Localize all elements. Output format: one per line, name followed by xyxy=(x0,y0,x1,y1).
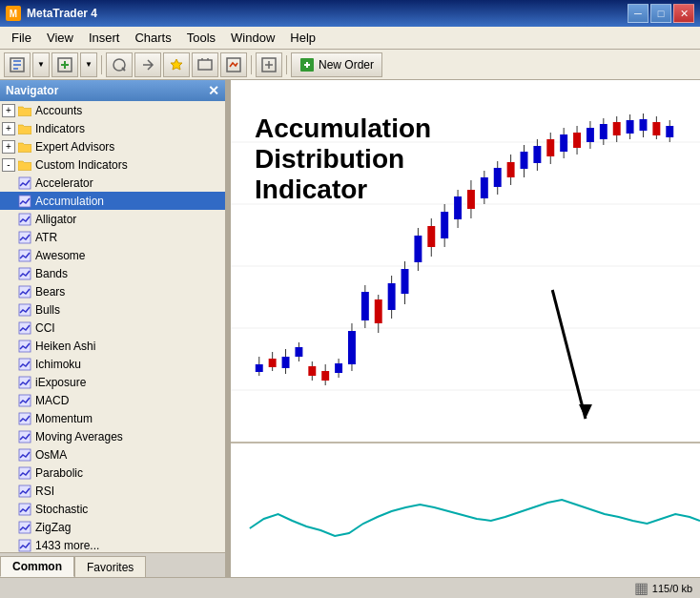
expand-custom-indicators[interactable]: - xyxy=(2,158,15,172)
toolbar-btn-3[interactable] xyxy=(106,52,133,77)
expand-expert-advisors[interactable]: + xyxy=(2,140,15,154)
toolbar-btn-2-dropdown[interactable]: ▼ xyxy=(80,52,97,77)
nav-label-bands: Bands xyxy=(35,267,68,280)
navigator-header: Navigator ✕ xyxy=(0,80,225,101)
nav-item-accounts[interactable]: + Accounts xyxy=(0,101,225,119)
menu-help[interactable]: Help xyxy=(282,29,323,47)
expand-indicators[interactable]: + xyxy=(2,122,15,135)
nav-label-accounts: Accounts xyxy=(35,104,82,117)
menu-insert[interactable]: Insert xyxy=(81,29,128,47)
menu-tools[interactable]: Tools xyxy=(179,29,223,47)
navigator-close[interactable]: ✕ xyxy=(208,83,219,98)
nav-label-osma: OsMA xyxy=(35,448,67,462)
nav-item-accelerator[interactable]: Accelerator xyxy=(0,174,225,192)
nav-item-zigzag[interactable]: ZigZag xyxy=(0,518,225,536)
svg-rect-71 xyxy=(481,177,488,198)
indicator-icon-iexposure xyxy=(17,375,32,390)
nav-item-bears[interactable]: Bears xyxy=(0,282,225,300)
toolbar-btn-5[interactable] xyxy=(163,52,190,77)
nav-item-accumulation[interactable]: Accumulation xyxy=(0,192,225,210)
svg-rect-25 xyxy=(19,467,31,479)
svg-rect-53 xyxy=(361,292,369,320)
indicator-icon-atr xyxy=(17,230,32,245)
indicator-icon-momentum xyxy=(17,411,32,426)
nav-item-iexposure[interactable]: iExposure xyxy=(0,373,225,391)
svg-rect-61 xyxy=(414,236,422,262)
nav-label-macd: MACD xyxy=(35,394,69,407)
nav-label-cci: CCI xyxy=(35,321,55,335)
svg-rect-47 xyxy=(321,371,329,381)
chart-area[interactable]: Accumulation Distribution Indicator xyxy=(231,80,700,577)
minimize-button[interactable]: ─ xyxy=(628,4,649,23)
toolbar-separator-3 xyxy=(286,55,287,74)
nav-label-alligator: Alligator xyxy=(35,213,76,226)
svg-rect-79 xyxy=(533,146,541,163)
indicator-icon-macd xyxy=(17,393,32,408)
nav-item-expert-advisors[interactable]: + Expert Advisors xyxy=(0,137,225,155)
nav-item-ichimoku[interactable]: Ichimoku xyxy=(0,355,225,373)
svg-rect-81 xyxy=(546,139,554,156)
nav-item-macd[interactable]: MACD xyxy=(0,391,225,409)
svg-rect-29 xyxy=(19,540,31,551)
svg-rect-16 xyxy=(19,304,31,316)
tab-common[interactable]: Common xyxy=(0,556,74,577)
nav-item-awesome[interactable]: Awesome xyxy=(0,246,225,264)
toolbar-btn-7[interactable] xyxy=(220,52,247,77)
nav-item-cci[interactable]: CCI xyxy=(0,319,225,337)
title-bar-left: M MetaTrader 4 xyxy=(6,6,97,21)
nav-label-momentum: Momentum xyxy=(35,412,93,425)
nav-item-bands[interactable]: Bands xyxy=(0,264,225,282)
svg-rect-24 xyxy=(19,449,31,461)
nav-label-expert-advisors: Expert Advisors xyxy=(35,140,114,154)
new-order-button[interactable]: New Order xyxy=(291,52,382,77)
close-button[interactable]: ✕ xyxy=(673,4,694,23)
tab-favorites[interactable]: Favorites xyxy=(74,556,146,577)
menu-view[interactable]: View xyxy=(39,29,81,47)
nav-item-atr[interactable]: ATR xyxy=(0,228,225,246)
nav-item-more[interactable]: 1433 more... xyxy=(0,536,225,552)
title-bar: M MetaTrader 4 ─ □ ✕ xyxy=(0,0,700,27)
status-bar: ▦ 115/0 kb xyxy=(0,577,700,598)
toolbar-btn-4[interactable] xyxy=(134,52,161,77)
toolbar-separator-2 xyxy=(251,55,252,74)
nav-label-indicators: Indicators xyxy=(35,122,85,135)
nav-item-stochastic[interactable]: Stochastic xyxy=(0,500,225,518)
svg-rect-97 xyxy=(652,122,660,135)
svg-rect-43 xyxy=(295,347,302,357)
svg-rect-63 xyxy=(427,226,435,247)
svg-rect-83 xyxy=(560,134,567,152)
svg-rect-9 xyxy=(19,177,31,189)
nav-item-osma[interactable]: OsMA xyxy=(0,445,225,464)
toolbar-btn-1[interactable] xyxy=(4,52,31,77)
nav-label-parabolic: Parabolic xyxy=(35,466,83,480)
svg-rect-59 xyxy=(401,269,409,294)
nav-item-custom-indicators[interactable]: - Custom Indicators xyxy=(0,155,225,174)
expand-accounts[interactable]: + xyxy=(2,104,15,117)
nav-item-bulls[interactable]: Bulls xyxy=(0,300,225,319)
nav-item-indicators[interactable]: + Indicators xyxy=(0,119,225,137)
nav-item-momentum[interactable]: Momentum xyxy=(0,409,225,427)
toolbar-btn-2[interactable] xyxy=(51,52,78,77)
nav-item-alligator[interactable]: Alligator xyxy=(0,210,225,228)
svg-rect-20 xyxy=(19,377,31,388)
chart-svg xyxy=(231,80,700,577)
toolbar-btn-6[interactable] xyxy=(192,52,218,77)
navigator-panel: Navigator ✕ + Accounts + xyxy=(0,80,227,577)
menu-charts[interactable]: Charts xyxy=(127,29,178,47)
svg-rect-22 xyxy=(19,413,31,424)
toolbar-btn-8[interactable] xyxy=(256,52,282,77)
toolbar-btn-1-dropdown[interactable]: ▼ xyxy=(32,52,50,77)
svg-rect-11 xyxy=(19,214,31,225)
nav-label-moving-averages: Moving Averages xyxy=(35,430,123,443)
menu-window[interactable]: Window xyxy=(223,29,282,47)
maximize-button[interactable]: □ xyxy=(650,4,671,23)
nav-item-moving-averages[interactable]: Moving Averages xyxy=(0,427,225,445)
nav-item-rsi[interactable]: RSI xyxy=(0,482,225,500)
nav-item-heiken-ashi[interactable]: Heiken Ashi xyxy=(0,337,225,355)
menu-file[interactable]: File xyxy=(4,29,39,47)
nav-item-parabolic[interactable]: Parabolic xyxy=(0,464,225,482)
nav-label-iexposure: iExposure xyxy=(35,376,86,389)
nav-label-bulls: Bulls xyxy=(35,303,60,317)
svg-rect-19 xyxy=(19,359,31,370)
indicator-icon-heiken-ashi xyxy=(17,339,32,354)
